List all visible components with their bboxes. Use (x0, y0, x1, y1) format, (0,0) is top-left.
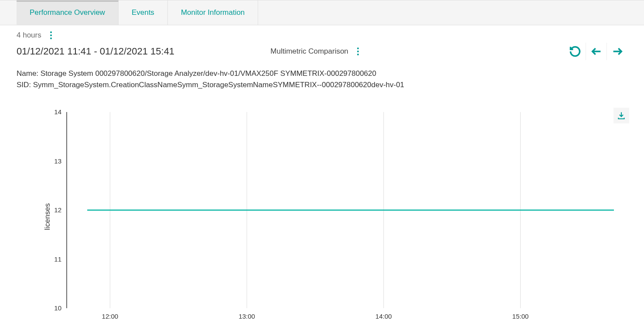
nav-icons (565, 43, 627, 60)
name-line: Name: Storage System 000297800620/Storag… (17, 68, 627, 79)
sid-line: SID: Symm_StorageSystem.CreationClassNam… (17, 79, 627, 91)
multimetric-block: Multimetric Comparison (270, 47, 360, 56)
svg-text:14: 14 (54, 108, 61, 116)
svg-text:14:00: 14:00 (375, 313, 392, 320)
svg-text:11: 11 (54, 255, 61, 263)
refresh-icon (569, 45, 581, 58)
next-button[interactable] (607, 43, 627, 60)
svg-text:15:00: 15:00 (512, 313, 529, 320)
chart-container: licenses 101112131412:0013:0014:0015:00 (17, 108, 627, 323)
prev-button[interactable] (586, 43, 607, 60)
svg-text:13: 13 (54, 157, 61, 165)
tab-monitor-information[interactable]: Monitor Information (168, 0, 258, 25)
svg-text:12: 12 (54, 206, 61, 214)
tab-performance-overview[interactable]: Performance Overview (17, 0, 119, 25)
tabs-bar: Performance Overview Events Monitor Info… (0, 0, 644, 25)
daterange-text: 01/12/2021 11:41 - 01/12/2021 15:41 (17, 46, 174, 57)
download-icon (617, 111, 626, 120)
chart-plot: 101112131412:0013:0014:0015:00 (17, 108, 627, 323)
arrow-right-icon (611, 45, 624, 58)
content-area: 4 hours 01/12/2021 11:41 - 01/12/2021 15… (0, 25, 644, 323)
tab-events[interactable]: Events (119, 0, 168, 25)
chart-ylabel: licenses (43, 203, 52, 230)
timerange-label: 4 hours (17, 31, 41, 40)
timerange-menu-icon[interactable] (49, 31, 53, 40)
arrow-left-icon (590, 45, 603, 58)
svg-text:13:00: 13:00 (239, 313, 255, 320)
download-chart-button[interactable] (613, 108, 629, 123)
svg-text:10: 10 (54, 304, 61, 312)
svg-text:12:00: 12:00 (102, 313, 119, 320)
multimetric-label: Multimetric Comparison (270, 47, 348, 56)
multimetric-menu-icon[interactable] (356, 47, 360, 56)
refresh-button[interactable] (565, 43, 586, 60)
timerange-row: 4 hours (17, 31, 627, 40)
daterange-row: 01/12/2021 11:41 - 01/12/2021 15:41 Mult… (17, 43, 627, 60)
